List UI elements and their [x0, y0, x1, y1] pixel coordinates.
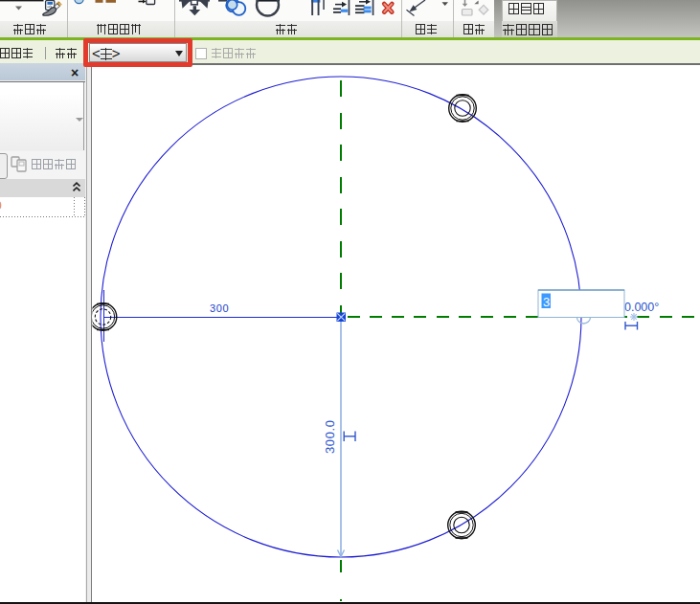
svg-text:300: 300 — [210, 302, 229, 314]
svg-text:3: 3 — [543, 295, 550, 309]
svg-text:300.0: 300.0 — [323, 419, 337, 454]
